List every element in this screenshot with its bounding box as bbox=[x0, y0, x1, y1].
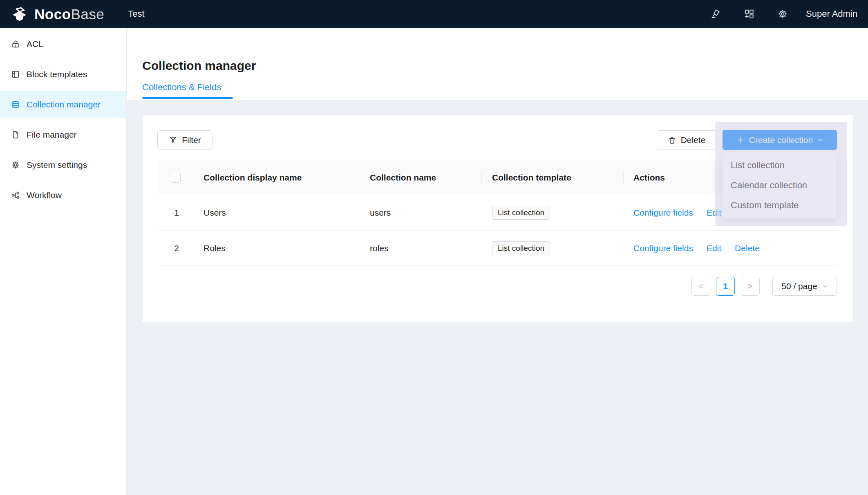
partition-icon bbox=[11, 191, 20, 200]
configure-fields-link[interactable]: Configure fields bbox=[633, 243, 693, 253]
chevron-left-icon: < bbox=[698, 281, 703, 291]
logo-text-bold: Noco bbox=[34, 6, 71, 22]
database-icon bbox=[11, 100, 20, 109]
chevron-down-icon bbox=[817, 137, 823, 143]
configure-fields-link[interactable]: Configure fields bbox=[633, 208, 693, 218]
select-all-checkbox[interactable] bbox=[171, 173, 181, 183]
sidebar-item-block-templates[interactable]: Block templates bbox=[0, 61, 126, 88]
menu-item-custom-template[interactable]: Custom template bbox=[723, 195, 837, 215]
column-header-actions: Actions bbox=[633, 161, 665, 195]
navbar-right-group: Super Admin bbox=[687, 0, 857, 28]
column-header-template[interactable]: Collection template bbox=[492, 161, 571, 195]
nocobase-logo[interactable]: NocoBase bbox=[0, 5, 104, 22]
top-navbar: NocoBase Test bbox=[0, 0, 868, 28]
sidebar-item-acl[interactable]: ACL bbox=[0, 31, 126, 58]
header-divider bbox=[481, 172, 482, 184]
table-row: 2 Roles roles List collection Configure … bbox=[158, 231, 837, 266]
plus-icon bbox=[736, 136, 745, 144]
logo-text-light: Base bbox=[71, 6, 105, 22]
sidebar: ACL Block templates Collection manag bbox=[0, 28, 127, 495]
cell-collection-name: users bbox=[370, 195, 391, 230]
chevron-right-icon: > bbox=[748, 281, 753, 291]
delete-link[interactable]: Delete bbox=[735, 243, 760, 253]
layout-icon bbox=[11, 70, 20, 79]
header-divider bbox=[360, 172, 360, 184]
column-header-name[interactable]: Collection name bbox=[370, 161, 436, 195]
create-collection-button[interactable]: Create collection bbox=[723, 130, 837, 150]
funnel-icon bbox=[169, 136, 177, 144]
sidebar-item-label: Block templates bbox=[27, 69, 87, 79]
sidebar-item-workflow[interactable]: Workflow bbox=[0, 182, 126, 209]
row-index: 2 bbox=[168, 231, 185, 265]
edit-link[interactable]: Edit bbox=[707, 208, 721, 218]
delete-button[interactable]: Delete bbox=[657, 130, 716, 150]
lock-icon bbox=[11, 40, 20, 49]
template-tag: List collection bbox=[492, 206, 550, 220]
page-title: Collection manager bbox=[142, 59, 256, 73]
row-index: 1 bbox=[168, 195, 185, 230]
cell-template: List collection bbox=[492, 231, 550, 265]
appstore-add-icon[interactable] bbox=[744, 9, 754, 19]
active-tab-indicator bbox=[142, 97, 233, 99]
user-menu[interactable]: Super Admin bbox=[806, 9, 857, 19]
screen: NocoBase Test bbox=[0, 0, 868, 495]
sidebar-item-system-settings[interactable]: System settings bbox=[0, 152, 126, 178]
cell-collection-name: roles bbox=[370, 231, 389, 265]
tab-collections-and-fields[interactable]: Collections & Fields bbox=[142, 82, 221, 93]
gear-icon bbox=[11, 161, 20, 169]
main-content: Collection manager Collections & Fields … bbox=[127, 28, 868, 495]
trash-icon bbox=[668, 136, 676, 145]
cube-logo-icon bbox=[10, 5, 29, 22]
logo-wordmark: NocoBase bbox=[34, 7, 104, 21]
sidebar-item-file-manager[interactable]: File manager bbox=[0, 121, 126, 148]
template-tag: List collection bbox=[492, 241, 550, 255]
pagination-next-button[interactable]: > bbox=[741, 277, 760, 296]
action-divider bbox=[728, 244, 728, 252]
action-divider bbox=[700, 244, 700, 252]
sidebar-item-label: System settings bbox=[27, 160, 87, 170]
file-icon bbox=[11, 130, 20, 139]
sidebar-item-label: Workflow bbox=[27, 190, 62, 200]
page-size-value: 50 / page bbox=[781, 281, 817, 291]
highlighter-icon[interactable] bbox=[710, 9, 721, 19]
cell-actions: Configure fields Edit Delete bbox=[633, 231, 760, 265]
create-collection-dropdown: List collection Calendar collection Cust… bbox=[723, 152, 837, 219]
sidebar-item-label: File manager bbox=[27, 130, 77, 140]
action-divider bbox=[700, 209, 700, 217]
filter-button-label: Filter bbox=[182, 135, 201, 145]
create-collection-label: Create collection bbox=[749, 135, 813, 145]
sidebar-item-label: Collection manager bbox=[27, 100, 101, 109]
edit-link[interactable]: Edit bbox=[707, 243, 721, 253]
column-header-display-name[interactable]: Collection display name bbox=[204, 161, 302, 195]
sidebar-item-collection-manager[interactable]: Collection manager bbox=[0, 91, 126, 118]
gear-icon[interactable] bbox=[777, 9, 788, 19]
page-size-select[interactable]: 50 / page bbox=[772, 277, 837, 296]
header-divider bbox=[623, 172, 624, 184]
nav-menu-item-test[interactable]: Test bbox=[128, 9, 144, 19]
filter-button[interactable]: Filter bbox=[157, 130, 213, 149]
chevron-down-icon bbox=[822, 283, 828, 289]
menu-item-calendar-collection[interactable]: Calendar collection bbox=[723, 175, 837, 195]
menu-item-list-collection[interactable]: List collection bbox=[723, 155, 837, 175]
collections-card: Filter Delete bbox=[143, 115, 853, 322]
delete-button-label: Delete bbox=[681, 135, 706, 145]
pagination-prev-button[interactable]: < bbox=[691, 277, 710, 296]
cell-display-name: Users bbox=[204, 195, 226, 230]
cell-template: List collection bbox=[492, 195, 550, 230]
pagination-page-1[interactable]: 1 bbox=[716, 277, 735, 296]
cell-display-name: Roles bbox=[204, 231, 226, 265]
sidebar-item-label: ACL bbox=[27, 39, 43, 49]
